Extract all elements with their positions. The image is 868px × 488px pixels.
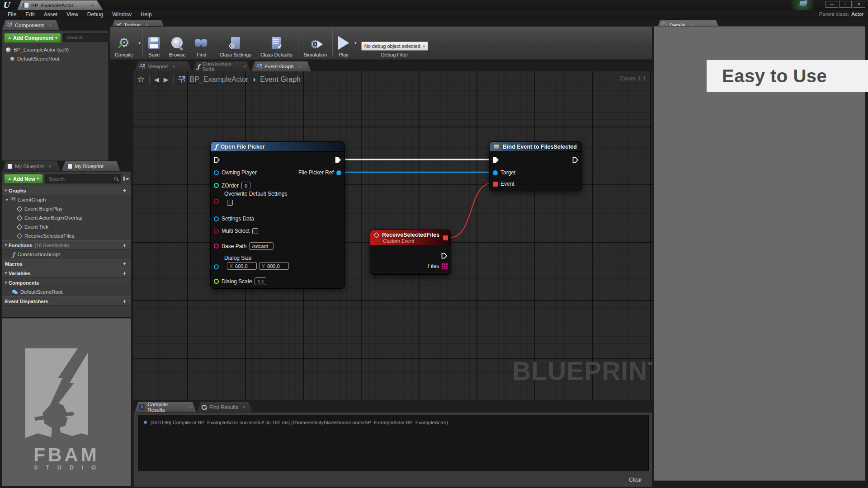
compile-options-chevron-icon[interactable]: ▾ [138, 41, 141, 45]
close-icon[interactable]: × [189, 405, 192, 410]
browse-button[interactable]: Browse [165, 27, 190, 59]
string-pin[interactable] [214, 244, 219, 249]
collapse-icon[interactable]: ▾ [5, 281, 7, 285]
restore-button[interactable]: ▫ [839, 1, 852, 8]
tab-my-blueprint-1[interactable]: My Blueprint × [2, 161, 61, 171]
visibility-eye-icon[interactable] [123, 176, 125, 181]
multi-select-checkbox[interactable] [252, 228, 258, 234]
menu-file[interactable]: File [4, 10, 20, 19]
play-button[interactable]: Play [334, 27, 354, 59]
close-icon[interactable]: × [49, 23, 52, 28]
node-open-file-picker[interactable]: ƒ Open File Picker Owning Player ZOrder … [210, 141, 345, 289]
pin-row-file-picker-ref[interactable]: File Picker Ref [298, 169, 341, 176]
zorder-input[interactable] [241, 182, 250, 189]
pin-row-dialog-scale[interactable]: Dialog Scale [214, 277, 266, 285]
add-new-button[interactable]: + Add New ▾ [4, 174, 43, 183]
parent-class-value[interactable]: Actor [851, 11, 863, 17]
section-macros[interactable]: Macros + [2, 259, 131, 268]
close-icon[interactable]: × [91, 3, 94, 8]
tab-my-blueprint-2[interactable]: My Blueprint [61, 161, 120, 171]
pin-row-owning-player[interactable]: Owning Player [214, 169, 257, 176]
section-functions[interactable]: ▾ Functions (18 Overridable) + [2, 240, 131, 250]
object-pin-connected[interactable] [336, 170, 341, 175]
collapse-icon[interactable]: ▾ [5, 271, 7, 275]
tab-construction-script[interactable]: ƒ Construction Scrip × [193, 61, 250, 71]
add-macro-button[interactable]: + [121, 260, 128, 267]
tab-find-results[interactable]: Find Results × [197, 402, 252, 412]
delegate-out-pin[interactable] [443, 235, 448, 240]
compile-button[interactable]: ⚙✔ Compile [110, 27, 137, 59]
play-options-chevron-icon[interactable]: ▾ [354, 41, 357, 45]
collapse-icon[interactable]: ▾ [5, 243, 7, 247]
pin-row-target[interactable]: Target [493, 169, 515, 176]
object-pin[interactable] [214, 170, 219, 175]
save-button[interactable]: Save [144, 27, 165, 59]
object-pin[interactable] [214, 216, 219, 221]
compiler-message-row[interactable]: [4510,96] Compile of BP_ExampleActor suc… [138, 415, 648, 430]
dialog-size-x-input[interactable] [234, 263, 254, 269]
class-defaults-button[interactable]: ✔ Class Defaults [256, 27, 297, 59]
node-header[interactable]: Bind Event to FilesSelected [490, 142, 582, 152]
tree-item-begin-play[interactable]: Event BeginPlay [2, 204, 131, 213]
add-function-button[interactable]: + [121, 242, 128, 249]
close-icon[interactable]: × [173, 64, 175, 69]
close-icon[interactable]: × [298, 64, 301, 69]
dialog-size-x[interactable]: X [227, 262, 257, 270]
close-window-button[interactable]: × [853, 1, 865, 8]
bool-pin[interactable] [214, 199, 219, 204]
tab-compiler-results[interactable]: Compiler Results × [135, 402, 196, 412]
add-dispatcher-button[interactable]: + [121, 298, 128, 305]
exec-in-pin[interactable] [214, 157, 220, 163]
compiler-log[interactable]: [4510,96] Compile of BP_ExampleActor suc… [138, 415, 649, 471]
class-settings-button[interactable]: ⚙ Class Settings [215, 27, 256, 59]
menu-asset[interactable]: Asset [40, 10, 61, 19]
tree-item-actor-begin-overlap[interactable]: Event ActorBeginOverlap [2, 213, 131, 222]
find-button[interactable]: Find [190, 27, 213, 59]
exec-out-pin[interactable] [572, 157, 579, 163]
array-pin[interactable] [442, 263, 448, 269]
pin-row-multi-select[interactable]: Multi Select [214, 228, 258, 234]
dialog-size-y[interactable]: Y [259, 262, 289, 270]
tree-item-event-tick[interactable]: Event Tick [2, 222, 131, 231]
component-row-scene-root[interactable]: DefaultSceneRoot [2, 54, 108, 63]
section-components-category[interactable]: ▾ Components [2, 278, 131, 287]
asset-document-tab[interactable]: BP_ExampleActor × [17, 0, 103, 10]
section-event-dispatchers[interactable]: Event Dispatchers + [2, 296, 131, 306]
menu-view[interactable]: View [62, 10, 82, 19]
tab-components[interactable]: Components × [2, 20, 60, 30]
node-receive-selected-files[interactable]: ReceiveSelectedFiles Custom Event Files [370, 230, 451, 275]
pin-row-base-path[interactable]: Base Path [214, 242, 274, 250]
collapse-icon[interactable]: ▾ [6, 198, 8, 202]
overwrite-checkbox[interactable] [227, 200, 233, 206]
add-variable-button[interactable]: + [121, 270, 128, 277]
menu-edit[interactable]: Edit [21, 10, 39, 19]
pin-row-zorder[interactable]: ZOrder [214, 182, 250, 189]
tree-item-receive-selected-files[interactable]: ReceiveSelectedFiles [2, 231, 131, 240]
pin-row-settings-data[interactable]: Settings Data [214, 216, 254, 222]
pin-row-event[interactable]: Event [493, 181, 514, 187]
node-bind-event[interactable]: Bind Event to FilesSelected Target Event [489, 141, 582, 191]
my-blueprint-search-input[interactable] [48, 176, 114, 182]
menu-help[interactable]: Help [137, 10, 156, 19]
menu-debug[interactable]: Debug [83, 10, 107, 19]
vector-pin[interactable] [214, 264, 219, 269]
event-graph-canvas[interactable]: ☆ ◀ ▶ BP_ExampleActor › Event Graph Zoom… [133, 71, 652, 400]
base-path-input[interactable] [249, 242, 274, 250]
dialog-size-y-input[interactable] [266, 263, 286, 269]
my-blueprint-search[interactable] [45, 174, 121, 183]
exec-out-pin[interactable] [441, 253, 448, 259]
close-icon[interactable]: × [48, 164, 51, 169]
minimize-button[interactable]: — [826, 1, 838, 8]
node-header[interactable]: ƒ Open File Picker [211, 142, 344, 152]
component-row-self[interactable]: BP_ExampleActor (self) [2, 45, 108, 54]
delegate-pin[interactable] [493, 182, 498, 187]
dialog-scale-input[interactable] [255, 277, 266, 285]
close-icon[interactable]: × [243, 64, 246, 69]
tree-item-event-graph[interactable]: ▾ EventGraph [2, 195, 131, 204]
section-variables[interactable]: ▾ Variables + [2, 268, 131, 278]
close-icon[interactable]: × [243, 405, 245, 410]
add-component-button[interactable]: + Add Component ▾ [4, 33, 61, 43]
add-graph-button[interactable]: + [121, 187, 128, 194]
pin-row-files[interactable]: Files [428, 263, 448, 269]
menu-window[interactable]: Window [108, 10, 136, 19]
